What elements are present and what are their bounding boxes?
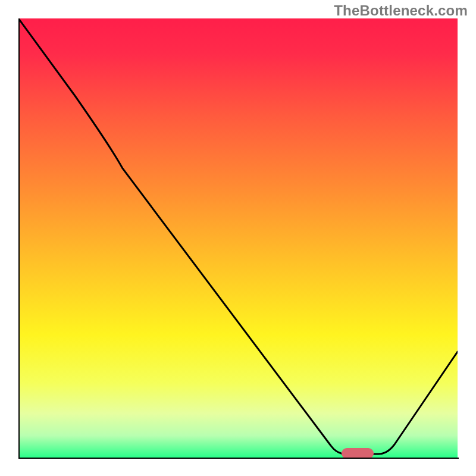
y-axis-line [18,18,20,459]
bottleneck-curve [18,18,458,458]
x-axis-line [18,458,459,459]
plot-area [18,18,458,458]
watermark-text: TheBottleneck.com [334,2,468,19]
optimal-marker [342,448,374,458]
